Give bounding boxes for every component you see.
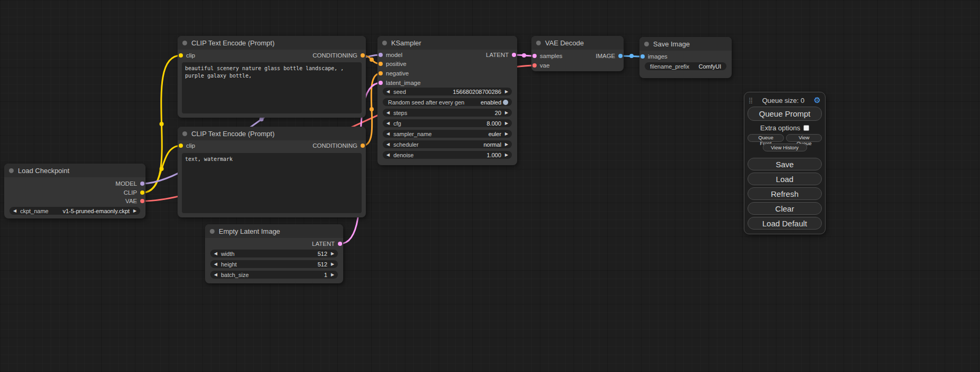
widget-ckpt-name[interactable]: ◀ ckpt_name v1-5-pruned-emaonly.ckpt ▶ xyxy=(9,207,140,215)
widget-control-after-generate[interactable]: Random seed after every gen enabled xyxy=(383,98,512,106)
queue-front-button[interactable]: Queue Front xyxy=(748,134,784,142)
output-dot-latent[interactable] xyxy=(512,53,516,57)
slot-label: CONDITIONING xyxy=(313,52,357,59)
input-dot-model[interactable] xyxy=(379,53,383,57)
widget-filename-prefix[interactable]: filename_prefix ComfyUI xyxy=(645,62,726,70)
node-title: VAE Decode xyxy=(545,39,584,47)
collapse-dot-icon[interactable] xyxy=(644,42,649,46)
node-load-checkpoint[interactable]: Load Checkpoint MODEL CLIP VAE ◀ ckpt_na… xyxy=(4,164,145,218)
output-slot-image: IMAGE xyxy=(596,52,623,60)
decrement-arrow-icon[interactable]: ◀ xyxy=(386,121,390,126)
load-button[interactable]: Load xyxy=(748,173,822,185)
input-dot-clip[interactable] xyxy=(179,53,183,58)
input-slot-positive: positive xyxy=(379,60,406,68)
input-dot-vae[interactable] xyxy=(532,63,537,68)
output-dot-latent[interactable] xyxy=(338,242,342,246)
widget-height[interactable]: ◀ height 512 ▶ xyxy=(210,260,338,268)
view-queue-button[interactable]: View Queue xyxy=(786,134,822,142)
decrement-arrow-icon[interactable]: ◀ xyxy=(13,209,16,213)
input-dot-negative[interactable] xyxy=(379,71,383,75)
decrement-arrow-icon[interactable]: ◀ xyxy=(386,153,390,157)
graph-canvas[interactable]: Load Checkpoint MODEL CLIP VAE ◀ ckpt_na… xyxy=(0,0,980,372)
increment-arrow-icon[interactable]: ▶ xyxy=(505,142,508,147)
decrement-arrow-icon[interactable]: ◀ xyxy=(214,252,217,256)
node-title-bar[interactable]: VAE Decode xyxy=(531,36,624,50)
widget-name: steps xyxy=(393,110,494,116)
output-dot-conditioning[interactable] xyxy=(361,144,365,148)
output-slot-vae: VAE xyxy=(125,197,144,205)
increment-arrow-icon[interactable]: ▶ xyxy=(505,121,508,126)
prompt-text-area[interactable]: text, watermark xyxy=(182,153,362,213)
collapse-dot-icon[interactable] xyxy=(382,41,387,45)
increment-arrow-icon[interactable]: ▶ xyxy=(505,153,508,157)
input-dot-clip[interactable] xyxy=(179,144,183,148)
increment-arrow-icon[interactable]: ▶ xyxy=(505,132,508,136)
toggle-knob-icon[interactable] xyxy=(503,100,508,105)
collapse-dot-icon[interactable] xyxy=(9,168,14,173)
extra-options-checkbox[interactable] xyxy=(803,125,809,131)
input-dot-latent-image[interactable] xyxy=(379,81,383,85)
node-title-bar[interactable]: KSampler xyxy=(377,36,517,50)
widget-denoise[interactable]: ◀ denoise 1.000 ▶ xyxy=(383,151,512,159)
output-dot-clip[interactable] xyxy=(140,190,144,195)
widget-name: height xyxy=(221,261,317,268)
increment-arrow-icon[interactable]: ▶ xyxy=(133,209,137,213)
link-midpoint-dot-image xyxy=(629,54,634,58)
node-ksampler[interactable]: KSampler model positive negative latent_… xyxy=(377,36,517,165)
node-title-bar[interactable]: CLIP Text Encode (Prompt) xyxy=(178,36,366,50)
output-dot-model[interactable] xyxy=(140,182,144,186)
widget-value: v1-5-pruned-emaonly.ckpt xyxy=(63,208,130,214)
widget-batch-size[interactable]: ◀ batch_size 1 ▶ xyxy=(210,271,338,279)
collapse-dot-icon[interactable] xyxy=(182,41,187,45)
increment-arrow-icon[interactable]: ▶ xyxy=(505,111,508,115)
input-dot-positive[interactable] xyxy=(379,62,383,66)
increment-arrow-icon[interactable]: ▶ xyxy=(331,252,334,256)
widget-scheduler[interactable]: ◀ scheduler normal ▶ xyxy=(383,140,512,148)
output-dot-image[interactable] xyxy=(618,54,623,58)
decrement-arrow-icon[interactable]: ◀ xyxy=(386,90,390,94)
save-button[interactable]: Save xyxy=(748,158,822,170)
node-title-bar[interactable]: Load Checkpoint xyxy=(4,164,145,177)
input-dot-samples[interactable] xyxy=(532,54,537,58)
load-default-button[interactable]: Load Default xyxy=(748,217,822,230)
widget-name: ckpt_name xyxy=(20,208,63,214)
settings-gear-icon[interactable]: ⚙ xyxy=(814,96,821,105)
extra-options-row: Extra options xyxy=(748,123,822,132)
widget-sampler-name[interactable]: ◀ sampler_name euler ▶ xyxy=(383,130,512,138)
decrement-arrow-icon[interactable]: ◀ xyxy=(386,142,390,147)
clear-button[interactable]: Clear xyxy=(748,202,822,215)
widget-seed[interactable]: ◀ seed 156680208700286 ▶ xyxy=(383,88,512,96)
widget-steps[interactable]: ◀ steps 20 ▶ xyxy=(383,109,512,117)
node-clip-text-encode-positive[interactable]: CLIP Text Encode (Prompt) clip CONDITION… xyxy=(178,36,366,118)
view-history-button[interactable]: View History xyxy=(763,144,807,151)
queue-prompt-button[interactable]: Queue Prompt xyxy=(748,107,822,121)
increment-arrow-icon[interactable]: ▶ xyxy=(505,90,508,94)
collapse-dot-icon[interactable] xyxy=(210,229,215,234)
output-dot-conditioning[interactable] xyxy=(361,53,365,58)
node-vae-decode[interactable]: VAE Decode samples vae IMAGE xyxy=(531,36,624,71)
increment-arrow-icon[interactable]: ▶ xyxy=(331,273,334,277)
decrement-arrow-icon[interactable]: ◀ xyxy=(386,132,390,136)
node-title-bar[interactable]: CLIP Text Encode (Prompt) xyxy=(178,127,366,140)
node-save-image[interactable]: Save Image images filename_prefix ComfyU… xyxy=(639,37,732,78)
node-title-bar[interactable]: Empty Latent Image xyxy=(205,224,343,238)
node-empty-latent-image[interactable]: Empty Latent Image LATENT ◀ width 512 ▶ … xyxy=(205,224,343,283)
widget-width[interactable]: ◀ width 512 ▶ xyxy=(210,250,338,257)
output-slot-model: MODEL xyxy=(115,180,144,187)
decrement-arrow-icon[interactable]: ◀ xyxy=(214,273,217,277)
node-title-bar[interactable]: Save Image xyxy=(639,37,732,51)
prompt-text-area[interactable]: beautiful scenery nature glass bottle la… xyxy=(182,62,362,113)
widget-cfg[interactable]: ◀ cfg 8.000 ▶ xyxy=(383,119,512,127)
decrement-arrow-icon[interactable]: ◀ xyxy=(214,262,217,266)
drag-handle-icon[interactable]: ⣿ xyxy=(749,97,753,104)
node-clip-text-encode-negative[interactable]: CLIP Text Encode (Prompt) clip CONDITION… xyxy=(178,127,366,217)
collapse-dot-icon[interactable] xyxy=(536,41,541,45)
slot-label: CONDITIONING xyxy=(313,142,357,149)
increment-arrow-icon[interactable]: ▶ xyxy=(331,262,334,266)
output-dot-vae[interactable] xyxy=(140,199,144,203)
input-dot-images[interactable] xyxy=(641,54,645,59)
decrement-arrow-icon[interactable]: ◀ xyxy=(386,111,390,115)
link-midpoint-dot-cond-neg xyxy=(370,107,374,111)
refresh-button[interactable]: Refresh xyxy=(748,187,822,200)
collapse-dot-icon[interactable] xyxy=(182,131,187,136)
